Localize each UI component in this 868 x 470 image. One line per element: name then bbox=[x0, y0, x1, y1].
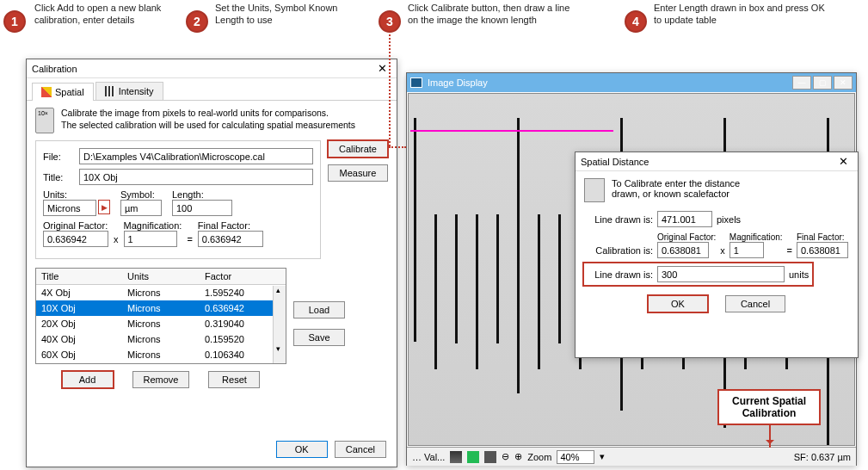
ok-button[interactable]: OK bbox=[276, 441, 328, 458]
step-3-connector bbox=[389, 34, 391, 146]
calibrate-button[interactable]: Calibrate bbox=[328, 140, 388, 158]
list-header-units[interactable]: Units bbox=[122, 269, 200, 284]
spatial-distance-title: Spatial Distance bbox=[581, 157, 834, 167]
step-2-badge: 2 bbox=[186, 10, 208, 33]
spatial-distance-hint: To Calibrate enter the distance drawn, o… bbox=[612, 178, 766, 202]
orig-factor-label: Original Factor: bbox=[43, 220, 108, 231]
calibration-title: Calibration bbox=[32, 64, 372, 74]
step-3-badge: 3 bbox=[379, 10, 401, 33]
tab-intensity[interactable]: Intensity bbox=[95, 82, 163, 100]
step-4-text: Enter Length drawn in box and press OK t… bbox=[654, 2, 826, 27]
histogram-icon[interactable] bbox=[450, 451, 462, 463]
sd-ok-button[interactable]: OK bbox=[648, 295, 708, 312]
image-display-titlebar[interactable]: Image Display — ▢ ✕ bbox=[407, 73, 856, 92]
values-button[interactable]: … Val... bbox=[412, 452, 445, 462]
zoom-dropdown-icon[interactable]: ▾ bbox=[600, 451, 605, 462]
calibration-window: Calibration ✕ Spatial Intensity Calibrat… bbox=[26, 59, 397, 467]
magnification-input[interactable] bbox=[124, 231, 177, 247]
list-row[interactable]: 60X ObjMicrons0.106340 bbox=[36, 347, 286, 362]
step-2-text: Set the Units, Symbol Known Length to us… bbox=[215, 2, 344, 27]
line-pixels-label: Line drawn is: bbox=[584, 214, 653, 225]
step-4-badge: 4 bbox=[625, 10, 647, 33]
list-header-title[interactable]: Title bbox=[36, 269, 122, 284]
measure-button[interactable]: Measure bbox=[328, 164, 388, 182]
image-status-bar: … Val... ⊖ ⊕ Zoom ▾ SF: 0.637 µm bbox=[407, 447, 856, 466]
line-units-input[interactable] bbox=[657, 266, 785, 282]
reset-button[interactable]: Reset bbox=[208, 371, 260, 388]
tab-intensity-label: Intensity bbox=[119, 86, 154, 96]
sd-x: x bbox=[720, 245, 725, 258]
callout-arrow bbox=[769, 424, 771, 448]
calibration-description: Calibrate the image from pixels to real-… bbox=[61, 108, 355, 133]
units-unit: units bbox=[789, 269, 809, 280]
title-label: Title: bbox=[43, 172, 74, 182]
line-units-label: Line drawn is: bbox=[588, 269, 653, 280]
spatial-icon bbox=[41, 87, 52, 97]
current-calibration-callout: Current Spatial Calibration bbox=[717, 389, 821, 425]
final-factor-label: Final Factor: bbox=[198, 220, 263, 231]
units-picker-icon[interactable]: ▶ bbox=[98, 200, 110, 214]
tab-spatial[interactable]: Spatial bbox=[32, 83, 94, 101]
orig-factor-input[interactable] bbox=[43, 231, 108, 247]
title-input[interactable] bbox=[79, 169, 313, 185]
list-row[interactable]: 40X ObjMicrons0.159520 bbox=[36, 331, 286, 347]
equals-symbol: = bbox=[187, 234, 192, 247]
add-button[interactable]: Add bbox=[62, 371, 114, 388]
intensity-icon bbox=[105, 86, 115, 96]
calibration-is-label: Calibration is: bbox=[584, 245, 653, 258]
step-1-badge: 1 bbox=[3, 10, 26, 33]
sd-mag-input[interactable] bbox=[729, 242, 764, 258]
symbol-label: Symbol: bbox=[120, 189, 162, 200]
list-row[interactable]: 10X ObjMicrons0.636942 bbox=[36, 300, 286, 316]
calibration-line[interactable] bbox=[410, 130, 613, 132]
save-button[interactable]: Save bbox=[293, 329, 345, 346]
file-input[interactable] bbox=[79, 148, 313, 164]
zoom-label: Zoom bbox=[527, 452, 551, 462]
maximize-icon[interactable]: ▢ bbox=[813, 76, 832, 90]
load-button[interactable]: Load bbox=[293, 301, 345, 318]
close-icon[interactable]: ✕ bbox=[834, 155, 853, 168]
line-pixels-input[interactable] bbox=[657, 211, 712, 227]
calibration-list[interactable]: Title Units Factor 4X ObjMicrons1.595240… bbox=[35, 268, 286, 364]
tab-spatial-label: Spatial bbox=[55, 87, 84, 97]
remove-button[interactable]: Remove bbox=[132, 371, 190, 388]
close-icon[interactable]: ✕ bbox=[834, 76, 853, 90]
step-1-text: Click Add to open a new blank calibratio… bbox=[34, 2, 172, 27]
minimize-icon[interactable]: — bbox=[792, 76, 811, 90]
list-row[interactable]: 20X ObjMicrons0.319040 bbox=[36, 316, 286, 331]
tool-icon[interactable] bbox=[484, 451, 496, 463]
sd-cancel-button[interactable]: Cancel bbox=[725, 295, 785, 312]
scale-factor-label: SF: 0.637 µm bbox=[794, 452, 851, 462]
sd-orig-input[interactable] bbox=[657, 242, 709, 258]
sd-final-label: Final Factor: bbox=[797, 232, 848, 242]
list-header-factor[interactable]: Factor bbox=[200, 269, 277, 284]
list-row[interactable]: 4X ObjMicrons1.595240 bbox=[36, 285, 286, 300]
cancel-button[interactable]: Cancel bbox=[335, 441, 386, 458]
list-scrollbar[interactable] bbox=[273, 286, 286, 363]
image-display-title: Image Display bbox=[428, 77, 792, 88]
calibration-titlebar[interactable]: Calibration ✕ bbox=[27, 59, 397, 78]
symbol-input[interactable] bbox=[120, 200, 162, 216]
zoom-out-icon[interactable]: ⊖ bbox=[502, 451, 509, 462]
final-factor-input[interactable] bbox=[198, 231, 263, 247]
sd-final-input[interactable] bbox=[797, 242, 848, 258]
units-label: Units: bbox=[43, 189, 110, 200]
sd-orig-label: Original Factor: bbox=[657, 232, 716, 242]
step-3-text: Click Calibrate button, then draw a line… bbox=[408, 2, 580, 27]
sd-mag-label: Magnification: bbox=[729, 232, 783, 242]
spatial-distance-titlebar[interactable]: Spatial Distance ✕ bbox=[576, 152, 858, 171]
objective-icon bbox=[35, 108, 54, 133]
spatial-distance-window: Spatial Distance ✕ To Calibrate enter th… bbox=[575, 152, 859, 358]
units-input[interactable] bbox=[43, 200, 96, 216]
pixels-unit: pixels bbox=[717, 214, 741, 225]
microscope-icon bbox=[584, 178, 605, 202]
file-label: File: bbox=[43, 152, 74, 162]
multiply-symbol: x bbox=[114, 234, 119, 247]
chart-icon[interactable] bbox=[467, 451, 479, 463]
length-label: Length: bbox=[172, 189, 232, 200]
zoom-in-icon[interactable]: ⊕ bbox=[514, 451, 522, 462]
magnification-label: Magnification: bbox=[124, 220, 182, 231]
zoom-input[interactable] bbox=[557, 450, 594, 464]
step-3-connector-h bbox=[389, 146, 406, 148]
length-input[interactable] bbox=[172, 200, 232, 216]
